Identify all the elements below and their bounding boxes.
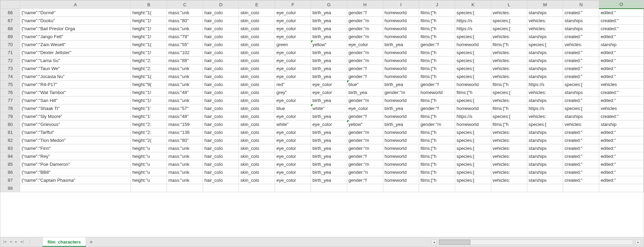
col-header-K[interactable]: K <box>455 1 491 9</box>
cell-C73[interactable]: mass:"unk <box>167 65 203 73</box>
cell-C66[interactable]: mass:"unk <box>167 9 203 17</box>
row-header[interactable]: 67 <box>1 17 20 25</box>
cell-E86[interactable]: skin_colo <box>239 168 275 176</box>
cell-B73[interactable]: height:"2: <box>131 65 167 73</box>
cell-E84[interactable]: skin_colo <box>239 152 275 160</box>
cell-H70[interactable]: eye_color <box>347 41 383 49</box>
cell-D66[interactable]: hair_colo <box>203 9 239 17</box>
cell-G68[interactable]: birth_yea <box>311 25 347 33</box>
cell-D78[interactable]: hair_colo <box>203 104 239 112</box>
cell-M69[interactable]: starships <box>527 33 563 41</box>
cell-E82[interactable]: skin_colo <box>239 136 275 144</box>
cell-M88[interactable] <box>527 184 563 192</box>
cell-N71[interactable]: created:" <box>563 49 599 57</box>
cell-L67[interactable]: species:[ <box>491 17 527 25</box>
cell-J75[interactable]: gender:"f <box>419 80 455 88</box>
cell-C67[interactable]: mass:"80" <box>167 17 203 25</box>
cell-N66[interactable]: created:" <box>563 9 599 17</box>
cell-O76[interactable]: created:" <box>599 88 644 96</box>
cell-C87[interactable]: mass:"unk <box>167 176 203 184</box>
cell-L77[interactable]: vehicles: <box>491 96 527 104</box>
cell-E75[interactable]: skin_colo <box>239 80 275 88</box>
cell-J84[interactable]: films:["h <box>419 152 455 160</box>
cell-M74[interactable]: starships <box>527 73 563 80</box>
cell-D86[interactable]: hair_colo <box>203 168 239 176</box>
cell-L79[interactable]: species:[ <box>491 112 527 120</box>
cell-F79[interactable]: eye_color <box>275 112 311 120</box>
cell-L85[interactable]: vehicles: <box>491 160 527 168</box>
cell-C68[interactable]: mass:"unk <box>167 25 203 33</box>
cell-A84[interactable]: {"name":"Rey" <box>20 152 131 160</box>
row-header[interactable]: 71 <box>1 49 20 57</box>
cell-F69[interactable]: eye_color <box>275 33 311 41</box>
cell-L74[interactable]: vehicles: <box>491 73 527 80</box>
cell-D75[interactable]: hair_colo <box>203 80 239 88</box>
cell-D79[interactable]: hair_colo <box>203 112 239 120</box>
cell-G69[interactable]: birth_yea <box>311 33 347 41</box>
cell-O78[interactable]: vehicles <box>599 104 644 112</box>
cell-M77[interactable]: starships <box>527 96 563 104</box>
cell-E70[interactable]: skin_colo <box>239 41 275 49</box>
cell-F86[interactable]: eye_color <box>275 168 311 176</box>
cell-E73[interactable]: skin_colo <box>239 65 275 73</box>
row-header[interactable]: 68 <box>1 25 20 33</box>
spreadsheet-grid[interactable]: A B C D E F G H I J K L M N O 66{"name <box>0 0 644 192</box>
cell-O84[interactable]: edited:" <box>599 152 644 160</box>
cell-B77[interactable]: height:"1! <box>131 96 167 104</box>
cell-L78[interactable]: films:["h <box>491 104 527 112</box>
col-header-H[interactable]: H <box>347 1 383 9</box>
cell-H86[interactable]: gender:"n <box>347 168 383 176</box>
cell-N75[interactable]: species:[ <box>563 80 599 88</box>
cell-A72[interactable]: {"name":"Lama Su" <box>20 57 131 65</box>
cell-N76[interactable]: starships <box>563 88 599 96</box>
cell-L71[interactable]: vehicles: <box>491 49 527 57</box>
cell-F74[interactable]: eye_color <box>275 73 311 80</box>
cell-E80[interactable]: skin_colo <box>239 120 275 128</box>
cell-O72[interactable]: edited:" <box>599 57 644 65</box>
cell-L80[interactable]: films:["h <box>491 120 527 128</box>
cell-I79[interactable]: homeworld <box>383 112 419 120</box>
cell-D68[interactable]: hair_colo <box>203 25 239 33</box>
cell-F66[interactable]: eye_color <box>275 9 311 17</box>
cell-I83[interactable]: homeworld <box>383 144 419 152</box>
cell-D72[interactable]: hair_colo <box>203 57 239 65</box>
cell-L75[interactable]: films:["h <box>491 80 527 88</box>
cell-B83[interactable]: height:"u <box>131 144 167 152</box>
cell-A76[interactable]: {"name":"Wat Tambor" <box>20 88 131 96</box>
cell-H74[interactable]: gender:"f <box>347 73 383 80</box>
cell-H80[interactable]: yellow" <box>347 120 383 128</box>
cell-I84[interactable]: homeworld <box>383 152 419 160</box>
cell-B82[interactable]: height:"2( <box>131 136 167 144</box>
cell-C75[interactable]: mass:"unk <box>167 80 203 88</box>
cell-O66[interactable]: edited:" <box>599 9 644 17</box>
cell-N80[interactable]: vehicles: <box>563 120 599 128</box>
cell-H82[interactable]: gender:"m <box>347 136 383 144</box>
row-header[interactable]: 87 <box>1 176 20 184</box>
cell-F82[interactable]: eye_color <box>275 136 311 144</box>
cell-H73[interactable]: gender:"f <box>347 65 383 73</box>
cell-E87[interactable]: skin_colo <box>239 176 275 184</box>
cell-L69[interactable]: vehicles: <box>491 33 527 41</box>
cell-H87[interactable]: gender:"f <box>347 176 383 184</box>
cell-E77[interactable]: skin_colo <box>239 96 275 104</box>
cell-M70[interactable]: species:[ <box>527 41 563 49</box>
cell-K86[interactable]: species:[ <box>455 168 491 176</box>
cell-J85[interactable]: films:["h <box>419 160 455 168</box>
row-header[interactable]: 69 <box>1 33 20 41</box>
cell-G78[interactable]: white" <box>311 104 347 112</box>
cell-F67[interactable]: eye_color <box>275 17 311 25</box>
cell-K74[interactable]: species:[ <box>455 73 491 80</box>
cell-A79[interactable]: {"name":"Sly Moore" <box>20 112 131 120</box>
cell-D81[interactable]: hair_colo <box>203 128 239 136</box>
cell-D69[interactable]: hair_colo <box>203 33 239 41</box>
cell-C77[interactable]: mass:"unk <box>167 96 203 104</box>
col-header-A[interactable]: A <box>20 1 131 9</box>
cell-N74[interactable]: created:" <box>563 73 599 80</box>
cell-B86[interactable]: height:"u <box>131 168 167 176</box>
cell-J72[interactable]: films:["h <box>419 57 455 65</box>
cell-J70[interactable]: gender:"f <box>419 41 455 49</box>
cell-J69[interactable]: films:["h <box>419 33 455 41</box>
cell-O75[interactable]: vehicles <box>599 80 644 88</box>
cell-H71[interactable]: gender:"m <box>347 49 383 57</box>
cell-B81[interactable]: height:"2: <box>131 128 167 136</box>
